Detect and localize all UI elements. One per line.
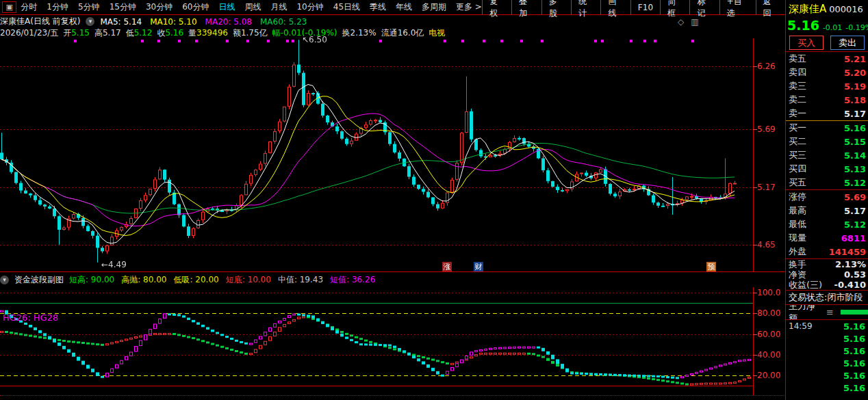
chevron-down-icon[interactable]: ▾ [86, 17, 94, 26]
price-tick-label: 4.65 [757, 240, 784, 250]
sub-tick-mark [753, 293, 757, 293]
tick-price: 5.16 [843, 321, 865, 332]
period-tab[interactable]: 分时 [21, 1, 37, 13]
bid-row[interactable]: 买五5.12 [786, 176, 868, 189]
diamond-icon[interactable]: ◇ [678, 17, 684, 27]
sub-tick-label: 80.00 [757, 308, 784, 318]
stats-section-1: 涨停5.69最高5.17最低5.12现量6811外盘141459 [786, 189, 868, 258]
panel-divider [0, 271, 785, 272]
event-badge[interactable]: 涨 [442, 262, 452, 271]
info-segment: 2026/01/23/五 [0, 27, 58, 39]
period-tab[interactable]: 10分钟 [296, 1, 323, 13]
event-badge[interactable]: 预 [706, 262, 716, 271]
info-value: 339496 [196, 28, 228, 38]
period-tab[interactable]: 45日线 [333, 1, 360, 13]
period-tab[interactable]: 60分钟 [182, 1, 209, 13]
toolbar-action-简框[interactable]: 简框 [660, 0, 689, 14]
toolbar-action-F10[interactable]: F10 [630, 0, 660, 14]
stat-label: 收益(三) [789, 279, 822, 291]
sub-indicator-params: 短高: 90.00高抛: 80.00低吸: 20.00短底: 10.00中值: … [69, 274, 375, 286]
event-badge[interactable]: 财 [474, 262, 483, 271]
stat-row: 涨停5.69 [786, 190, 868, 204]
info-segment: 流通16.0亿 [381, 27, 424, 39]
period-tab[interactable]: 5分钟 [78, 1, 100, 13]
period-tab[interactable]: 周线 [244, 1, 261, 13]
book-level-label: 卖四 [789, 66, 806, 79]
book-level-price: 5.19 [844, 81, 866, 92]
info-value: 5.12 [134, 28, 153, 38]
book-level-label: 卖三 [789, 80, 806, 92]
bid-row[interactable]: 买四5.13 [786, 162, 868, 176]
main-capital-label: 主力净额 [789, 304, 824, 319]
period-tab[interactable]: 日线 [218, 1, 235, 13]
info-label: 幅 [272, 28, 281, 38]
split-window-icon[interactable]: ▥ [691, 17, 698, 27]
ask-row[interactable]: 卖一5.17 [786, 107, 868, 120]
toolbar-actions: 复权叠加多股统计画线F10简框标记+自选返回 [482, 0, 785, 14]
price-tick-label: 5.69 [757, 124, 784, 134]
tick-row: 5.16 [786, 345, 868, 357]
sell-button[interactable]: 卖出 [830, 36, 865, 50]
toolbar-action-统计[interactable]: 统计 [571, 0, 600, 14]
period-tab[interactable]: 1分钟 [47, 1, 68, 13]
stat-value: 2.13% [835, 259, 866, 269]
period-tab[interactable]: 15分钟 [110, 1, 136, 13]
ask-row[interactable]: 卖四5.20 [786, 66, 868, 79]
bid-row[interactable]: 买一5.16 [786, 121, 868, 135]
sub-tick-label: 20.00 [757, 371, 784, 380]
tick-price: 5.16 [843, 334, 865, 344]
stat-value: 5.12 [844, 219, 866, 230]
quote-panel: 深康佳A 000016 5.16 -0.01 -0.19% 买入 卖出 卖五5.… [786, 0, 868, 400]
toolbar-action-多股[interactable]: 多股 [541, 0, 571, 14]
tick-price: 5.16 [843, 383, 865, 393]
period-tab[interactable]: 季线 [370, 1, 386, 13]
info-value: 5.16 [165, 28, 183, 38]
info-segment: 额1.75亿 [233, 27, 268, 39]
toolbar-action-+自选[interactable]: +自选 [719, 0, 756, 14]
price-tick-mark [753, 245, 757, 245]
sub-chart-canvas[interactable] [0, 287, 753, 395]
period-tab[interactable]: 年线 [396, 1, 412, 13]
bid-row[interactable]: 买三5.14 [786, 148, 868, 162]
stat-label: 外盘 [789, 245, 806, 258]
period-tab[interactable]: 30分钟 [146, 1, 173, 13]
toolbar-action-标记[interactable]: 标记 [689, 0, 719, 14]
toolbar-action-返回[interactable]: 返回 [756, 0, 785, 14]
buy-button[interactable]: 买入 [789, 36, 824, 50]
toolbar-action-叠加[interactable]: 叠加 [511, 0, 541, 14]
price-tick-label: 5.17 [757, 183, 784, 192]
info-segment: 收5.16 [157, 27, 183, 39]
tick-list: 14:595.165.165.165.165.165.16 [786, 319, 868, 394]
ma-label: MA5: 5.14 [100, 17, 142, 27]
info-label: 收 [157, 28, 165, 38]
tick-price: 5.16 [843, 346, 865, 356]
ask-row[interactable]: 卖五5.21 [786, 52, 868, 66]
period-tab[interactable]: 多周期 [422, 1, 446, 13]
stat-label: 涨停 [789, 191, 806, 203]
info-segment: 换2.13% [342, 27, 376, 39]
toolbar-action-复权[interactable]: 复权 [482, 0, 511, 14]
main-capital-row[interactable]: 主力净额 ≡ [786, 304, 868, 319]
stock-name[interactable]: 深康佳A [789, 3, 826, 16]
bid-row[interactable]: 买二5.15 [786, 135, 868, 148]
book-level-price: 5.16 [844, 123, 866, 133]
period-tab[interactable]: 月线 [270, 1, 287, 13]
book-level-label: 买二 [789, 135, 806, 148]
info-value: 2.13% [350, 28, 376, 38]
chevron-down-icon[interactable]: ▾ [0, 276, 9, 284]
price-tick-mark [753, 129, 757, 130]
stat-label: 最低 [789, 218, 806, 230]
trough-annotation: ←4.49 [101, 260, 127, 269]
book-level-price: 5.13 [844, 164, 866, 174]
period-tab[interactable]: 更多 > [456, 1, 482, 13]
sub-tick-label: 100.0 [757, 288, 784, 297]
order-book: 卖五5.21卖四5.20卖三5.19卖二5.18卖一5.17买一5.16买二5.… [786, 51, 868, 189]
main-chart-canvas[interactable] [0, 38, 753, 271]
ask-row[interactable]: 卖二5.18 [786, 93, 868, 107]
ask-row[interactable]: 卖三5.19 [786, 79, 868, 93]
peak-annotation: ↖6.50 [302, 35, 327, 44]
layout-icon[interactable]: ▣ [2, 1, 16, 13]
toolbar-action-画线[interactable]: 画线 [600, 0, 630, 14]
book-level-price: 5.12 [844, 178, 866, 188]
tick-time: 14:59 [789, 321, 813, 331]
